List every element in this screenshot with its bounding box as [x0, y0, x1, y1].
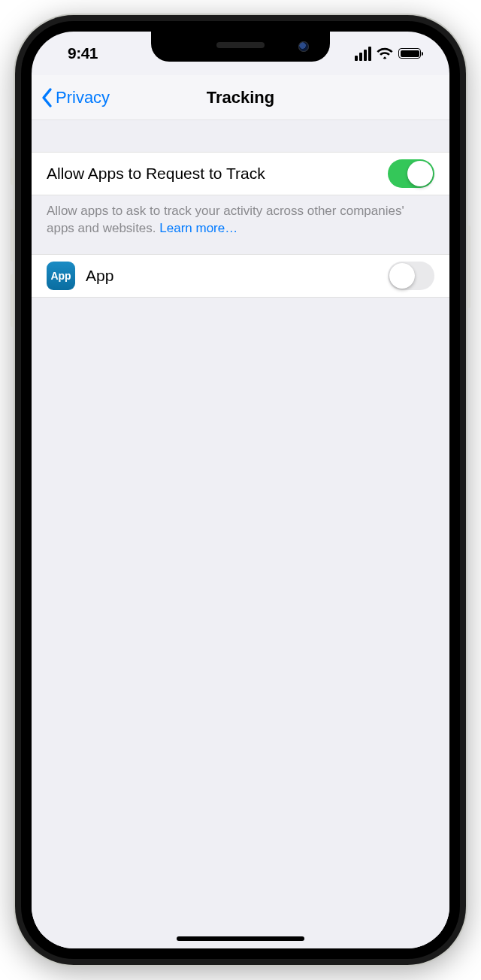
back-label: Privacy	[56, 88, 110, 107]
app-tracking-toggle[interactable]	[388, 262, 434, 290]
status-time: 9:41	[56, 44, 98, 62]
screen: 9:41 Pri	[32, 32, 449, 948]
notch	[151, 32, 330, 62]
battery-icon	[398, 48, 421, 59]
nav-header: Privacy Tracking	[32, 75, 449, 120]
home-indicator[interactable]	[177, 936, 304, 941]
back-button[interactable]: Privacy	[32, 87, 110, 108]
front-camera	[298, 41, 309, 52]
allow-apps-request-row: Allow Apps to Request to Track	[32, 152, 449, 195]
wifi-icon	[377, 47, 393, 59]
cellular-signal-icon	[355, 47, 371, 61]
app-icon: App	[47, 262, 75, 290]
allow-apps-request-toggle[interactable]	[388, 159, 434, 188]
app-row: AppApp	[32, 254, 449, 298]
device-frame: 9:41 Pri	[15, 15, 466, 965]
app-name-label: App	[86, 267, 388, 285]
allow-apps-request-label: Allow Apps to Request to Track	[47, 165, 388, 183]
section-footer: Allow apps to ask to track your activity…	[32, 195, 449, 254]
volume-up-button[interactable]	[11, 209, 14, 262]
mute-switch[interactable]	[11, 158, 14, 185]
learn-more-link[interactable]: Learn more…	[159, 221, 237, 235]
volume-down-button[interactable]	[11, 274, 14, 327]
power-button[interactable]	[467, 225, 470, 308]
chevron-left-icon	[41, 87, 53, 108]
content-area: Allow Apps to Request to Track Allow app…	[32, 120, 449, 948]
speaker-grille	[216, 42, 265, 48]
